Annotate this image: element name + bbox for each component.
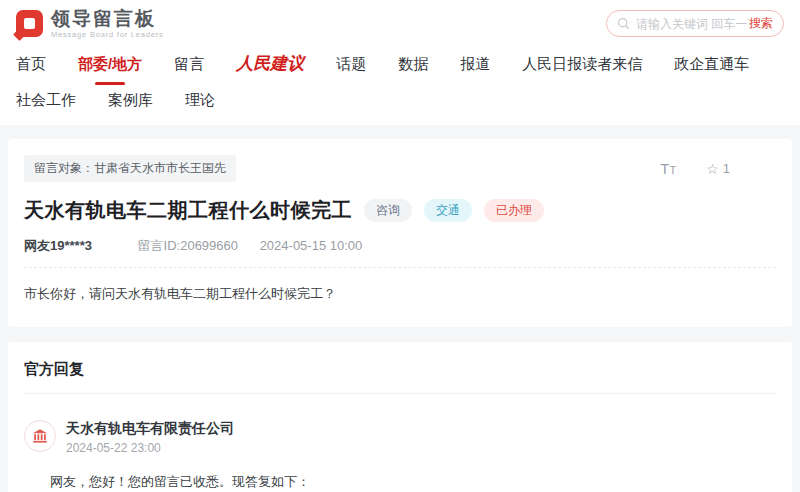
nav-item-reports[interactable]: 报道 <box>460 49 490 79</box>
reply-org-name: 天水有轨电车有限责任公司 <box>66 420 234 438</box>
message-author: 网友19****3 <box>24 238 92 253</box>
site-logo[interactable]: 领导留言板 Message Board for Leaders <box>16 9 164 39</box>
logo-speech-bubble-icon <box>16 10 43 37</box>
message-id: 留言ID:20699660 <box>138 238 238 253</box>
nav-item-home[interactable]: 首页 <box>16 49 46 79</box>
favorite-count: 1 <box>723 161 730 176</box>
font-size-icon[interactable]: TT <box>660 161 676 177</box>
nav-item-ministries-local[interactable]: 部委/地方 <box>78 49 142 79</box>
search-icon <box>617 17 630 30</box>
top-header: 领导留言板 Message Board for Leaders 搜索 <box>0 0 800 47</box>
tag-domain: 交通 <box>424 199 472 222</box>
search-input[interactable] <box>636 17 749 31</box>
star-icon: ☆ <box>706 161 719 177</box>
message-target-tag: 留言对象：甘肃省天水市市长王国先 <box>24 155 236 182</box>
search-box[interactable]: 搜索 <box>606 10 784 37</box>
tag-category: 咨询 <box>364 199 412 222</box>
nav-item-data[interactable]: 数据 <box>398 49 428 79</box>
official-reply-card: 官方回复 天水有轨电车有限责任公司 2024-05-22 23:00 网友，您好… <box>8 342 792 492</box>
reply-item: 天水有轨电车有限责任公司 2024-05-22 23:00 网友，您好！您的留言… <box>24 420 776 492</box>
message-date: 2024-05-15 10:00 <box>260 238 363 253</box>
main-nav: 首页 部委/地方 留言 人民建议 话题 数据 报道 人民日报读者来信 政企直通车… <box>0 47 800 125</box>
nav-item-gov-enterprise[interactable]: 政企直通车 <box>674 49 749 79</box>
site-subtitle: Message Board for Leaders <box>51 30 164 39</box>
nav-item-reader-letters[interactable]: 人民日报读者来信 <box>522 49 642 79</box>
tag-status: 已办理 <box>484 199 544 222</box>
nav-item-theory[interactable]: 理论 <box>185 85 215 115</box>
reply-section-title: 官方回复 <box>24 360 776 394</box>
search-button[interactable]: 搜索 <box>749 15 773 32</box>
org-avatar <box>24 420 56 452</box>
nav-item-social-work[interactable]: 社会工作 <box>16 85 76 115</box>
reply-body: 网友，您好！您的留言已收悉。现答复如下： 根据目前进度计划安排，有轨电车部分分阶… <box>50 471 776 492</box>
message-body: 市长你好，请问天水有轨电车二期工程什么时候完工？ <box>24 283 776 305</box>
nav-item-case-library[interactable]: 案例库 <box>108 85 153 115</box>
reply-date: 2024-05-22 23:00 <box>66 441 234 455</box>
nav-item-messages[interactable]: 留言 <box>174 49 204 79</box>
message-meta: 网友19****3 留言ID:20699660 2024-05-15 10:00 <box>24 237 776 268</box>
nav-item-people-suggestions[interactable]: 人民建议 <box>236 49 304 79</box>
nav-item-topics[interactable]: 话题 <box>336 49 366 79</box>
message-title: 天水有轨电车二期工程什么时候完工 <box>24 197 352 224</box>
favorite-button[interactable]: ☆ 1 <box>706 161 730 177</box>
message-card: 留言对象：甘肃省天水市市长王国先 TT ☆ 1 天水有轨电车二期工程什么时候完工… <box>8 139 792 327</box>
site-title: 领导留言板 <box>51 9 164 28</box>
reply-paragraph-1: 网友，您好！您的留言已收悉。现答复如下： <box>50 471 776 492</box>
institution-building-icon <box>31 427 49 445</box>
